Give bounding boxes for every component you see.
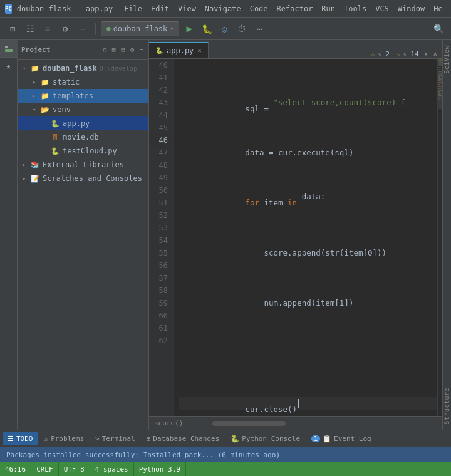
- status-crlf[interactable]: CRLF: [31, 462, 59, 476]
- run-button[interactable]: ▶: [182, 21, 197, 36]
- tree-templates[interactable]: ▸ 📁 templates: [18, 89, 148, 103]
- title-file: app.py: [86, 4, 113, 13]
- ln-45: 45: [149, 122, 172, 134]
- tree-testcloud-py[interactable]: ▸ 🐍 testCloud.py: [18, 144, 148, 158]
- menu-edit[interactable]: Edit: [147, 3, 173, 14]
- ln-61: 61: [149, 322, 172, 334]
- debug-button[interactable]: 🐛: [199, 21, 214, 36]
- ln-62: 62: [149, 334, 172, 347]
- python-console-tab[interactable]: 🐍 Python Console: [226, 432, 305, 445]
- ln-49: 49: [149, 172, 172, 184]
- menu-run[interactable]: Run: [318, 3, 339, 14]
- ln-50: 50: [149, 184, 172, 197]
- tree-app-py[interactable]: ▸ 🐍 app.py: [18, 116, 148, 130]
- tree-root[interactable]: ▾ 📁 douban_flask D:\develop: [18, 61, 148, 75]
- menu-vcs[interactable]: VCS: [371, 3, 393, 14]
- notification-text: Packages installed successfully: Install…: [6, 451, 280, 459]
- todo-label: TODO: [16, 435, 33, 443]
- panel-tool-collapse[interactable]: ⊟: [120, 44, 127, 55]
- toolbar-more[interactable]: ⋯: [252, 21, 267, 36]
- bottom-tabs-bar: ☰ TODO ⚠ Problems > Terminal ⊞ Database …: [0, 430, 451, 447]
- toolbar-coverage[interactable]: ◎: [217, 21, 232, 36]
- run-config-dropdown[interactable]: ● douban_flask ▾: [101, 21, 179, 36]
- toolbar-btn-3[interactable]: ≡: [40, 21, 55, 36]
- ln-46: 46: [149, 134, 172, 147]
- collapse-icon[interactable]: ∧: [433, 50, 437, 58]
- event-log-tab[interactable]: 1 📋 Event Log: [306, 432, 376, 445]
- db-changes-tab[interactable]: ⊞ Database Changes: [142, 432, 225, 445]
- tree-venv-label: venv: [53, 105, 71, 114]
- tab-app-py[interactable]: 🐍 app.py ✕: [149, 42, 209, 58]
- ln-58: 58: [149, 284, 172, 297]
- panel-header: Project ⚙ ⊞ ⊟ ⚙ −: [18, 40, 148, 60]
- ln-44: 44: [149, 109, 172, 122]
- tab-close-icon[interactable]: ✕: [197, 46, 202, 54]
- ln-59: 59: [149, 297, 172, 309]
- toolbar-profile[interactable]: ⏱: [234, 21, 249, 36]
- todo-tab[interactable]: ☰ TODO: [3, 432, 38, 445]
- tab-bar: 🐍 app.py ✕ ⚠ ⚠ 2 ⚠ ⚠ 14 ▾ ∧: [149, 40, 442, 59]
- tree-venv[interactable]: ▾ 📂 venv: [18, 103, 148, 116]
- ln-60: 60: [149, 309, 172, 322]
- scroll-thumb[interactable]: [212, 421, 286, 426]
- status-python-version[interactable]: Python 3.9: [134, 462, 186, 476]
- expand-icon[interactable]: ▾: [424, 50, 428, 58]
- sidebar-tab-project[interactable]: [0, 40, 18, 58]
- minimap: [437, 59, 442, 416]
- toolbar: ⊞ ☷ ≡ ⚙ − ● douban_flask ▾ ▶ 🐛 ◎ ⏱ ⋯ 🔍: [0, 18, 451, 40]
- sciview-label[interactable]: SciView: [443, 40, 450, 79]
- toolbar-search[interactable]: 🔍: [431, 21, 446, 36]
- python-version-value: Python 3.9: [139, 465, 180, 473]
- db-changes-icon: ⊞: [147, 435, 151, 443]
- python-console-label: Python Console: [242, 435, 300, 443]
- menu-refactor[interactable]: Refactor: [273, 3, 317, 14]
- toolbar-btn-1[interactable]: ⊞: [5, 21, 20, 36]
- tab-label: app.py: [167, 46, 194, 55]
- problems-tab[interactable]: ⚠ Problems: [39, 432, 90, 445]
- panel-tool-settings[interactable]: ⚙: [129, 44, 136, 55]
- tree-app-py-label: app.py: [63, 119, 90, 128]
- toolbar-minus[interactable]: −: [75, 21, 90, 36]
- code-line-46[interactable]: cur.close(): [179, 397, 437, 410]
- menu-navigate[interactable]: Navigate: [201, 3, 245, 14]
- title-sep: –: [76, 4, 81, 13]
- svg-rect-1: [5, 49, 13, 52]
- code-content[interactable]: sql = "select score,count(score) f data …: [174, 59, 437, 416]
- event-log-label: Event Log: [334, 435, 371, 443]
- ln-51: 51: [149, 197, 172, 209]
- ln-53: 53: [149, 222, 172, 234]
- terminal-icon: >: [95, 435, 100, 443]
- menu-view[interactable]: View: [174, 3, 200, 14]
- status-indent[interactable]: 4 spaces: [90, 462, 134, 476]
- horizontal-scrollbar[interactable]: [188, 421, 432, 426]
- tree-static[interactable]: ▸ 📁 static: [18, 75, 148, 89]
- toolbar-btn-2[interactable]: ☷: [23, 21, 38, 36]
- right-sidebar: SciView Structure: [442, 40, 451, 430]
- menu-tools[interactable]: Tools: [340, 3, 370, 14]
- tree-movie-db[interactable]: ▸ 🗄 movie.db: [18, 130, 148, 144]
- panel-tool-close[interactable]: −: [138, 44, 145, 55]
- code-editor: 40 41 42 43 44 45 46 47 48 49 50 51 52 5…: [149, 59, 442, 416]
- ln-43: 43: [149, 96, 172, 109]
- panel-tool-expand[interactable]: ⊞: [111, 44, 118, 55]
- menu-window[interactable]: Window: [394, 3, 428, 14]
- code-line-40: sql = "select score,count(score) f: [179, 96, 437, 109]
- sidebar-tab-favorites[interactable]: ★: [0, 58, 18, 75]
- toolbar-settings[interactable]: ⚙: [58, 21, 73, 36]
- menu-code[interactable]: Code: [246, 3, 272, 14]
- terminal-tab[interactable]: > Terminal: [90, 432, 140, 445]
- indent-value: 4 spaces: [95, 465, 128, 473]
- python-console-icon: 🐍: [231, 435, 239, 443]
- db-changes-label: Database Changes: [153, 435, 219, 443]
- status-line-col[interactable]: 46:16: [0, 462, 31, 476]
- status-encoding[interactable]: UTF-8: [59, 462, 90, 476]
- tree-scratches[interactable]: ▸ 📝 Scratches and Consoles: [18, 172, 148, 185]
- menu-file[interactable]: File: [120, 3, 146, 14]
- problems-icon: ⚠: [44, 435, 49, 443]
- panel-tool-gear[interactable]: ⚙: [101, 44, 108, 55]
- structure-label[interactable]: Structure: [443, 383, 450, 430]
- ln-52: 52: [149, 209, 172, 222]
- menu-he[interactable]: He: [430, 3, 446, 14]
- ln-41: 41: [149, 71, 172, 84]
- tree-ext-libs[interactable]: ▸ 📚 External Libraries: [18, 158, 148, 172]
